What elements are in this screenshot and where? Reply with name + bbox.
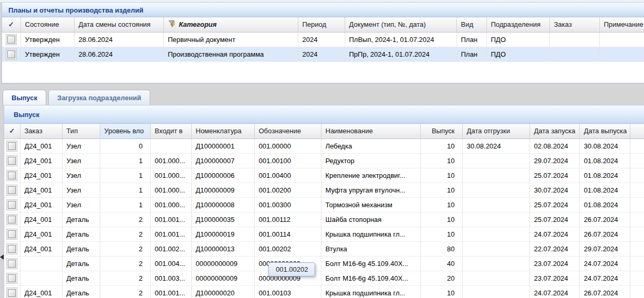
cell[interactable] — [462, 183, 529, 197]
cell[interactable]: Деталь — [62, 227, 100, 241]
row-checkbox[interactable] — [8, 245, 16, 253]
cell[interactable]: Узел — [62, 197, 100, 212]
cell[interactable]: 25.07.2024 — [529, 197, 579, 212]
cell[interactable] — [630, 256, 644, 271]
cell[interactable]: ПДО — [486, 32, 549, 47]
cell[interactable]: 2024 — [298, 32, 345, 47]
cell[interactable]: Д24_001 — [20, 212, 62, 227]
cell[interactable]: Д24_001 — [20, 139, 62, 153]
tab-vypusk[interactable]: Выпуск — [3, 90, 46, 105]
column-header-дата-отгрузки[interactable]: Дата отгрузки — [462, 124, 529, 139]
cell[interactable]: 001.00400 — [254, 168, 321, 183]
column-header-заказ[interactable]: Заказ — [20, 124, 62, 139]
row-checkbox[interactable] — [8, 260, 16, 268]
cell[interactable]: 0 — [100, 139, 150, 153]
cell[interactable] — [599, 32, 644, 47]
cell[interactable]: 2 — [100, 227, 150, 241]
cell[interactable]: Д24_001 — [20, 183, 62, 197]
cell[interactable]: Д24_001 — [20, 153, 62, 168]
cell[interactable] — [630, 168, 644, 183]
cell[interactable]: 29.07.2024 — [579, 241, 630, 256]
left-splitter-arrow-icon[interactable] — [0, 254, 4, 260]
row-checkbox[interactable] — [7, 50, 15, 58]
cell[interactable]: 10 — [420, 285, 462, 298]
cell[interactable]: 001.003... — [150, 271, 191, 285]
column-header-состояние[interactable]: Состояние — [20, 17, 74, 32]
cell[interactable]: 26.07.2024 — [579, 227, 630, 241]
cell[interactable]: 10 — [420, 197, 462, 212]
column-header-тип[interactable]: Тип — [62, 124, 100, 139]
column-header-дата-запуска[interactable]: Дата запуска — [529, 124, 579, 139]
cell[interactable]: 001.00000 — [254, 139, 321, 153]
cell[interactable]: 26.07.2024 — [579, 285, 630, 298]
cell[interactable]: 2 — [100, 285, 150, 298]
cell[interactable]: 2024 — [298, 47, 345, 61]
cell[interactable]: 2 — [100, 271, 150, 285]
cell[interactable] — [4, 227, 20, 241]
row-checkbox[interactable] — [8, 157, 16, 165]
column-header-период[interactable]: Период — [298, 17, 345, 32]
cell[interactable] — [462, 153, 529, 168]
cell[interactable]: Крышка подшипника гл... — [321, 227, 420, 241]
cell[interactable] — [462, 256, 529, 271]
cell[interactable] — [630, 139, 644, 153]
cell[interactable]: 25.07.2024 — [529, 212, 579, 227]
cell[interactable]: 02.08.2024 — [529, 139, 579, 153]
cell[interactable]: 24.07.2024 — [529, 227, 579, 241]
cell[interactable]: 25.07.2024 — [529, 168, 579, 183]
cell[interactable] — [462, 227, 529, 241]
cell[interactable] — [630, 212, 644, 227]
cell[interactable] — [462, 197, 529, 212]
cell[interactable]: Узел — [62, 153, 100, 168]
cell[interactable]: ПДО — [486, 47, 549, 61]
cell[interactable]: Д24_001 — [20, 197, 62, 212]
cell[interactable]: 001.001... — [150, 285, 191, 298]
cell[interactable]: Утвержден — [20, 47, 74, 61]
column-header-уровень-вло[interactable]: Уровень вло — [100, 124, 150, 139]
cell[interactable]: Д100000008 — [191, 197, 254, 212]
cell[interactable] — [462, 241, 529, 256]
cell[interactable]: Крепление электродвиг... — [321, 168, 420, 183]
cell[interactable]: Крышка подшипника гл... — [321, 285, 420, 298]
column-header-наименование[interactable]: Наименование — [321, 124, 420, 139]
cell[interactable]: 1 — [100, 153, 150, 168]
cell[interactable]: Деталь — [62, 212, 100, 227]
cell[interactable]: Деталь — [62, 256, 100, 271]
cell[interactable] — [462, 285, 529, 298]
cell[interactable] — [462, 168, 529, 183]
column-header-дата-выпуска[interactable]: Дата выпуска — [579, 124, 630, 139]
cell[interactable]: ПлВып, 2024-1, 01.07.2024 — [345, 32, 456, 47]
cell[interactable] — [549, 47, 599, 61]
cell[interactable] — [549, 32, 599, 47]
cell[interactable]: 001.00112 — [254, 212, 321, 227]
cell[interactable]: 2 — [100, 212, 150, 227]
row-checkbox[interactable] — [8, 186, 16, 194]
cell[interactable]: 10 — [420, 212, 462, 227]
cell[interactable] — [462, 212, 529, 227]
column-header-empty[interactable] — [630, 124, 644, 139]
cell[interactable]: Д100000035 — [191, 212, 254, 227]
cell[interactable]: Утвержден — [20, 32, 74, 47]
column-header-обозначение[interactable]: Обозначение — [254, 124, 321, 139]
cell[interactable]: 001.00103 — [254, 285, 321, 298]
cell[interactable]: Д24_001 — [20, 168, 62, 183]
cell[interactable]: Д100000009 — [191, 183, 254, 197]
cell[interactable]: Втулка — [321, 241, 420, 256]
cell[interactable]: 30.08.2024 — [579, 139, 630, 153]
cell[interactable]: 23.07.2024 — [529, 271, 579, 285]
cell[interactable] — [630, 241, 644, 256]
cell[interactable]: 001.000... — [150, 168, 191, 183]
cell[interactable]: Д100000006 — [191, 168, 254, 183]
cell[interactable] — [462, 271, 529, 285]
cell[interactable] — [4, 241, 20, 256]
cell[interactable]: 24.07.2024 — [579, 256, 630, 271]
cell[interactable]: Д100000007 — [191, 153, 254, 168]
cell[interactable]: 001.000... — [150, 197, 191, 212]
cell[interactable]: 30.08.2024 — [462, 139, 529, 153]
cell[interactable]: 001.00114 — [254, 227, 321, 241]
tab-zagruzka-podrazdeleniy[interactable]: Загрузка подразделений — [48, 90, 150, 105]
cell[interactable]: 10 — [420, 183, 462, 197]
cell[interactable]: Узел — [62, 168, 100, 183]
column-header-документ-тип-дата-[interactable]: Документ (тип, №, дата) — [345, 17, 456, 32]
cell[interactable]: 001.004... — [150, 256, 191, 271]
